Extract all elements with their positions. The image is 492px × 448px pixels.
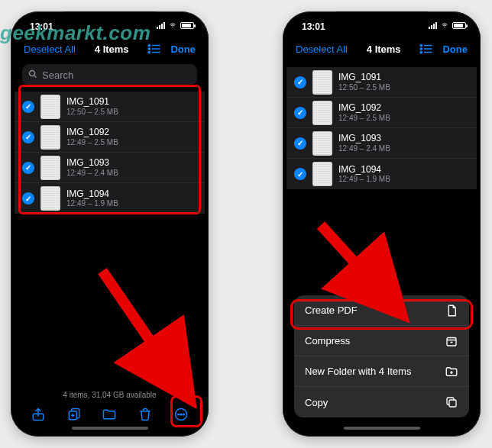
folder-plus-icon <box>445 365 458 379</box>
status-indicators <box>429 22 466 29</box>
menu-label: Copy <box>305 397 328 408</box>
trash-button[interactable] <box>134 404 156 425</box>
share-button[interactable] <box>28 404 49 425</box>
search-input[interactable]: Search <box>22 64 197 85</box>
list-view-icon[interactable] <box>419 44 433 54</box>
duplicate-button[interactable] <box>63 404 85 425</box>
nav-title: 4 Items <box>367 44 401 55</box>
file-name: IMG_1091 <box>66 97 118 107</box>
context-menu: Create PDF Compress New Folder with 4 It… <box>294 295 469 417</box>
menu-copy[interactable]: Copy <box>294 387 469 417</box>
archive-icon <box>445 334 458 348</box>
file-row[interactable]: ✓ IMG_109212:49 – 2.5 MB <box>286 98 477 128</box>
checkmark-icon[interactable]: ✓ <box>294 107 306 119</box>
document-icon <box>445 304 458 317</box>
file-thumbnail <box>40 125 60 150</box>
footer-status: 4 items, 31.04 GB available <box>15 388 205 401</box>
menu-label: New Folder with 4 Items <box>305 366 411 377</box>
svg-line-7 <box>34 75 37 77</box>
svg-point-2 <box>149 48 151 50</box>
stage: 13:01 Deselect All 4 Items Done <box>0 0 492 448</box>
file-name: IMG_1094 <box>338 165 390 175</box>
menu-new-folder[interactable]: New Folder with 4 Items <box>294 356 469 387</box>
screen-left: 13:01 Deselect All 4 Items Done <box>15 15 205 433</box>
svg-point-16 <box>421 44 422 46</box>
file-name: IMG_1092 <box>338 103 390 113</box>
file-name: IMG_1093 <box>66 158 118 168</box>
file-subtitle: 12:50 – 2.5 MB <box>66 108 118 116</box>
battery-icon <box>180 22 194 29</box>
search-container: Search <box>15 61 205 92</box>
file-row[interactable]: ✓ IMG_109312:49 – 2.4 MB <box>286 128 477 159</box>
wifi-icon <box>440 22 449 29</box>
file-list: ✓ IMG_109112:50 – 2.5 MB ✓ IMG_109212:49… <box>15 92 205 214</box>
menu-label: Compress <box>305 335 350 346</box>
file-subtitle: 12:49 – 1.9 MB <box>66 199 118 208</box>
cellular-icon <box>429 22 437 29</box>
checkmark-icon[interactable]: ✓ <box>22 101 34 113</box>
list-view-icon[interactable] <box>147 44 161 54</box>
file-name: IMG_1092 <box>66 127 118 137</box>
file-list: ✓ IMG_109112:50 – 2.5 MB ✓ IMG_109212:49… <box>286 67 477 189</box>
move-button[interactable] <box>99 404 120 425</box>
file-thumbnail <box>40 156 60 180</box>
svg-point-4 <box>149 51 151 53</box>
home-indicator <box>72 427 148 430</box>
file-name: IMG_1093 <box>338 134 390 143</box>
status-time: 13:01 <box>302 21 325 32</box>
file-thumbnail <box>312 162 332 186</box>
file-subtitle: 12:49 – 2.5 MB <box>338 114 390 122</box>
file-row[interactable]: ✓ IMG_109412:49 – 1.9 MB <box>15 183 205 214</box>
checkmark-icon[interactable]: ✓ <box>22 162 34 174</box>
svg-rect-22 <box>447 337 456 346</box>
file-row[interactable]: ✓ IMG_109212:49 – 2.5 MB <box>15 122 205 153</box>
more-button[interactable] <box>170 404 192 425</box>
status-indicators <box>157 22 194 29</box>
svg-point-13 <box>183 414 184 415</box>
notch <box>336 11 428 28</box>
file-row[interactable]: ✓ IMG_109112:50 – 2.5 MB <box>286 67 477 98</box>
file-thumbnail <box>40 95 60 119</box>
file-name: IMG_1094 <box>66 189 118 199</box>
file-subtitle: 12:50 – 2.5 MB <box>338 83 390 92</box>
done-button[interactable]: Done <box>442 44 468 55</box>
deselect-all-button[interactable]: Deselect All <box>296 44 348 55</box>
checkmark-icon[interactable]: ✓ <box>22 131 34 143</box>
svg-point-6 <box>30 70 35 76</box>
svg-point-11 <box>178 414 180 415</box>
file-row[interactable]: ✓ IMG_109412:49 – 1.9 MB <box>286 159 477 189</box>
checkmark-icon[interactable]: ✓ <box>294 137 306 150</box>
phone-left: 13:01 Deselect All 4 Items Done <box>11 11 209 437</box>
file-thumbnail <box>40 186 60 211</box>
done-button[interactable]: Done <box>170 44 196 55</box>
file-subtitle: 12:49 – 2.5 MB <box>66 138 118 147</box>
menu-create-pdf[interactable]: Create PDF <box>294 295 469 326</box>
nav-bar: Deselect All 4 Items Done <box>286 37 477 61</box>
file-thumbnail <box>312 131 332 156</box>
wifi-icon <box>168 22 177 29</box>
menu-compress[interactable]: Compress <box>294 326 469 356</box>
svg-rect-23 <box>449 400 456 407</box>
checkmark-icon[interactable]: ✓ <box>22 192 34 205</box>
svg-point-18 <box>421 48 422 50</box>
file-row[interactable]: ✓ IMG_109312:49 – 2.4 MB <box>15 153 205 183</box>
file-subtitle: 12:49 – 2.4 MB <box>338 144 390 153</box>
search-placeholder: Search <box>42 69 73 81</box>
home-indicator <box>344 427 420 430</box>
search-icon <box>28 69 37 81</box>
copy-icon <box>445 395 458 409</box>
checkmark-icon[interactable]: ✓ <box>294 76 306 89</box>
battery-icon <box>452 22 466 29</box>
menu-label: Create PDF <box>305 305 358 316</box>
svg-point-20 <box>421 51 422 53</box>
phone-right: 13:01 Deselect All 4 Items Done ✓ <box>283 11 481 437</box>
screen-right: 13:01 Deselect All 4 Items Done ✓ <box>286 15 477 433</box>
file-thumbnail <box>312 70 332 95</box>
file-subtitle: 12:49 – 2.4 MB <box>66 169 118 177</box>
file-name: IMG_1091 <box>338 73 390 82</box>
file-subtitle: 12:49 – 1.9 MB <box>338 175 390 183</box>
checkmark-icon[interactable]: ✓ <box>294 168 306 180</box>
file-thumbnail <box>312 101 332 125</box>
file-row[interactable]: ✓ IMG_109112:50 – 2.5 MB <box>15 92 205 122</box>
watermark-text: geekmarkt.com <box>0 21 151 45</box>
